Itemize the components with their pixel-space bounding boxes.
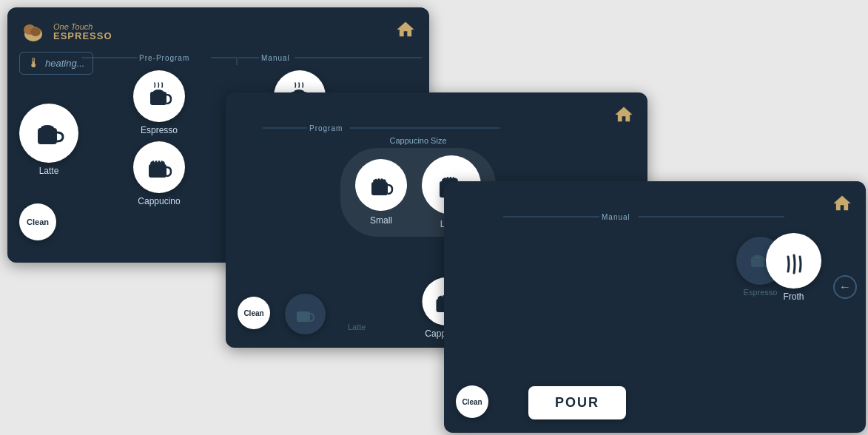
latte-circle — [19, 104, 78, 163]
logo-text: One Touch ESPRESSO — [53, 22, 112, 41]
espresso-preprogram-circle — [133, 70, 185, 122]
size-small-icon — [365, 169, 397, 201]
espresso-preprogram-label: Espresso — [141, 125, 178, 135]
clean-button-s3[interactable]: Clean — [456, 385, 488, 418]
svg-text:Program: Program — [309, 124, 343, 132]
home-icon-s2 — [613, 104, 634, 125]
home-button[interactable] — [394, 18, 417, 41]
back-icon-s3: ← — [839, 280, 851, 294]
size-small-label: Small — [370, 215, 392, 226]
size-small-option[interactable]: Small — [355, 159, 407, 226]
pour-button[interactable]: POUR — [528, 386, 626, 419]
home-icon-s3 — [832, 193, 852, 214]
svg-point-22 — [373, 178, 386, 184]
screen-pour: ← Manual Espresso Froth Clean P — [444, 181, 866, 433]
svg-text:Pre-Program: Pre-Program — [139, 54, 189, 62]
clean-button[interactable]: Clean — [19, 203, 56, 240]
cappucino-preprogram-icon — [143, 151, 175, 183]
home-button-s2[interactable] — [612, 103, 636, 127]
svg-point-32 — [753, 254, 762, 258]
espresso-preprogram-icon — [143, 80, 175, 112]
svg-text:Manual: Manual — [261, 54, 290, 62]
svg-rect-25 — [297, 311, 310, 322]
svg-text:Manual: Manual — [602, 213, 630, 221]
latte-dimmed-icon — [292, 301, 319, 328]
svg-point-2 — [30, 27, 41, 36]
latte-dimmed-circle — [285, 294, 326, 334]
size-small-circle — [355, 159, 407, 211]
thermometer-icon: 🌡 — [27, 55, 41, 71]
cappucino-preprogram-button[interactable]: Cappucino — [133, 141, 185, 206]
cappucino-preprogram-circle — [133, 141, 185, 193]
svg-point-11 — [41, 125, 54, 131]
back-button-s3[interactable]: ← — [833, 275, 857, 299]
section-divider-s3: Manual — [503, 209, 799, 224]
heating-label: heating... — [45, 58, 85, 69]
froth-s3-icon — [776, 243, 812, 279]
latte-button[interactable]: Latte — [19, 104, 78, 176]
latte-label: Latte — [39, 166, 59, 176]
logo-area: One Touch ESPRESSO — [19, 18, 112, 46]
espresso-preprogram-button[interactable]: Espresso — [133, 70, 185, 135]
latte-dimmed-label: Latte — [348, 323, 366, 331]
section-divider: Pre-Program Manual — [81, 50, 422, 65]
svg-point-13 — [153, 90, 164, 94]
froth-s3-label: Froth — [783, 291, 804, 302]
cappucino-preprogram-label: Cappucino — [138, 196, 180, 206]
latte-dimmed-button — [285, 294, 326, 334]
cappucino-size-title: Cappucino Size — [389, 136, 446, 145]
home-icon — [395, 19, 416, 40]
latte-icon — [30, 115, 67, 152]
froth-s3-circle[interactable] — [766, 233, 821, 289]
logo-icon — [19, 18, 47, 46]
clean-button-s2[interactable]: Clean — [238, 297, 270, 329]
home-button-s3[interactable] — [830, 192, 854, 215]
